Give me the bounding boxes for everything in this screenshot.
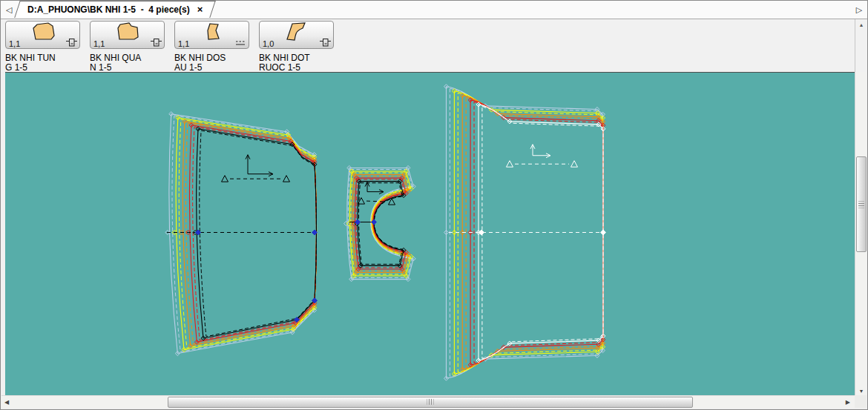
tab-scroll-left-icon[interactable]: ◁ <box>2 3 16 16</box>
piece-thumbnail[interactable]: 1,1 <box>90 21 165 49</box>
tab-bar: ◁ D:A_PHUONG\BK NHI 1-5 - 4 piece(s) × ▷ <box>1 1 867 19</box>
piece-thumbnail[interactable]: 1,1 <box>5 21 80 49</box>
close-icon[interactable]: × <box>197 4 203 15</box>
tab-title: D:A_PHUONG\BK NHI 1-5 - 4 piece(s) <box>27 4 190 15</box>
piece-list-scrollbar[interactable]: ▲ <box>855 19 867 72</box>
app-window: ◁ D:A_PHUONG\BK NHI 1-5 - 4 piece(s) × ▷… <box>0 0 868 410</box>
piece-thumbnail[interactable]: 1,1 <box>174 21 249 49</box>
notch-triangle-icon <box>283 176 290 182</box>
pattern-piece-3[interactable] <box>444 85 605 381</box>
piece-name-label: BK NHI DOSAU 1-5 <box>174 53 226 73</box>
tab-scroll-right-icon[interactable]: ▷ <box>852 3 866 16</box>
notch-triangle-icon <box>571 161 578 167</box>
horizontal-scrollbar[interactable]: ◀ ▶ <box>1 395 855 408</box>
tab-active[interactable]: D:A_PHUONG\BK NHI 1-5 - 4 piece(s) × <box>17 1 213 18</box>
square-flag-icon <box>66 37 77 47</box>
square-flag-icon <box>151 37 162 47</box>
horizontal-scrollbar-thumb[interactable] <box>168 397 693 408</box>
thumb-grip <box>858 201 864 208</box>
notch-triangle-icon <box>222 176 228 182</box>
scrollbar-corner <box>855 395 867 408</box>
thumb-grip <box>427 399 434 405</box>
vertical-scrollbar-thumb[interactable] <box>856 156 867 252</box>
piece-scale-value: 1,1 <box>9 39 20 48</box>
piece-1-details <box>167 155 315 233</box>
pattern-canvas[interactable] <box>5 72 855 396</box>
piece-scale-value: 1,0 <box>263 39 274 48</box>
square-flag-icon <box>320 37 331 47</box>
pattern-canvas-svg <box>5 73 855 396</box>
grain-arrow-icon <box>246 155 273 176</box>
piece-scale-value: 1,1 <box>93 39 105 48</box>
piece-3-details <box>449 145 603 233</box>
scroll-up-icon[interactable]: ▲ <box>855 22 867 27</box>
dashes-flag-icon <box>235 37 246 47</box>
scroll-down-icon[interactable]: ▼ <box>855 388 867 394</box>
scroll-right-icon[interactable]: ▶ <box>846 399 850 406</box>
piece-scale-value: 1,1 <box>178 39 189 48</box>
pattern-piece-2[interactable] <box>343 165 415 281</box>
grain-arrow-icon <box>365 182 384 194</box>
piece-list-toolbar: 1,1BK NHI TUNG 1-51,1BK NHI QUAN 1-51,1B… <box>1 19 867 72</box>
scroll-left-icon[interactable]: ◀ <box>4 399 9 406</box>
vertical-scrollbar[interactable]: ▼ <box>855 72 867 396</box>
piece-name-label: BK NHI DOTRUOC 1-5 <box>259 53 310 73</box>
piece-name-label: BK NHI QUAN 1-5 <box>90 53 141 73</box>
piece-name-label: BK NHI TUNG 1-5 <box>5 53 56 73</box>
piece-thumbnail[interactable]: 1,0 <box>259 21 334 49</box>
grain-arrow-icon <box>530 145 550 158</box>
pattern-piece-1[interactable] <box>165 112 318 356</box>
notch-triangle-icon <box>507 161 513 167</box>
